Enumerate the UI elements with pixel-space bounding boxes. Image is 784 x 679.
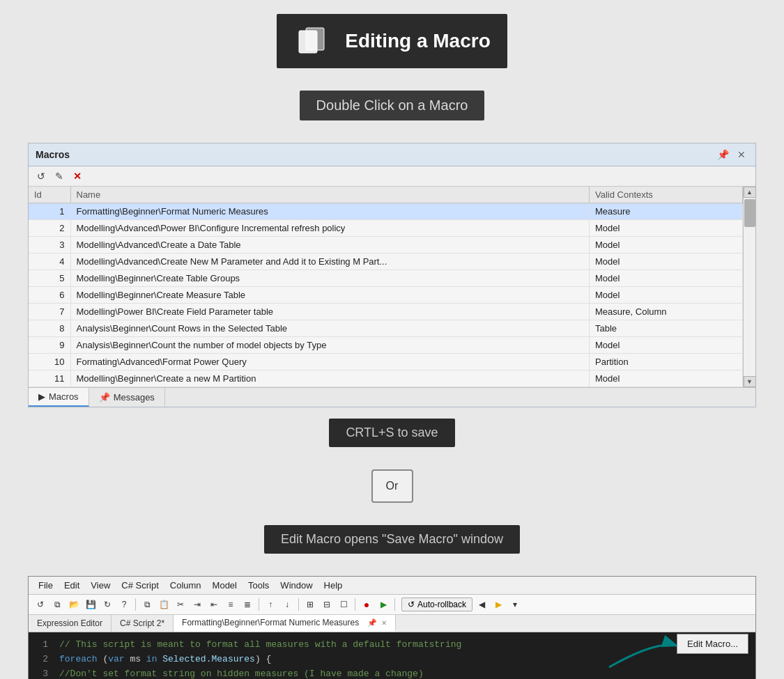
app-logo xyxy=(293,22,331,60)
cell-name: Modelling\Beginner\Create Measure Table xyxy=(70,287,590,304)
delete-macro-icon[interactable]: ✕ xyxy=(70,169,84,183)
cell-id: 8 xyxy=(29,320,70,337)
close-panel-button[interactable]: ✕ xyxy=(735,148,748,162)
menu-column[interactable]: Column xyxy=(164,578,207,593)
cell-context: Model xyxy=(590,270,743,287)
cell-context: Measure xyxy=(590,203,743,220)
format-btn[interactable]: ≣ xyxy=(240,597,255,612)
scrollbar-up[interactable]: ▲ xyxy=(744,187,756,198)
panel-tabs: ▶ Macros 📌 Messages xyxy=(29,387,755,407)
code-line: 1 // This script is meant to format all … xyxy=(37,638,747,653)
editor-tabs: Expression Editor C# Script 2* Formattin… xyxy=(29,615,755,632)
svg-rect-2 xyxy=(306,28,324,50)
col-name: Name xyxy=(70,187,590,203)
line-code: foreach (var ms in Selected.Measures) { xyxy=(59,653,271,667)
code-area: 1 // This script is meant to format all … xyxy=(29,632,755,679)
save-btn[interactable]: 💾 xyxy=(83,597,98,612)
table-row[interactable]: 11 Modelling\Beginner\Create a new M Par… xyxy=(29,370,743,387)
col-id: Id xyxy=(29,187,70,203)
cell-id: 11 xyxy=(29,370,70,387)
or-divider: Or xyxy=(371,469,413,503)
cut-btn[interactable]: ✂ xyxy=(173,597,188,612)
table-row[interactable]: 3 Modelling\Advanced\Create a Date Table… xyxy=(29,237,743,253)
table-row[interactable]: 5 Modelling\Beginner\Create Table Groups… xyxy=(29,270,743,287)
expression-editor-label: Expression Editor xyxy=(37,618,102,628)
menu-csharp[interactable]: C# Script xyxy=(116,578,164,593)
subtitle-bar: Double Click on a Macro xyxy=(300,91,485,120)
cell-id: 6 xyxy=(29,287,70,304)
move-up-btn[interactable]: ↑ xyxy=(263,597,278,612)
more-btn[interactable]: ▾ xyxy=(507,597,523,612)
stop-btn[interactable]: ● xyxy=(359,597,374,612)
align-btn[interactable]: ≡ xyxy=(223,597,238,612)
undo-btn[interactable]: ↺ xyxy=(33,597,48,612)
tab-csharp-script[interactable]: C# Script 2* xyxy=(112,615,174,632)
cell-context: Measure, Column xyxy=(590,304,743,320)
save-bar: CRTL+S to save xyxy=(329,419,454,447)
nav-prev-btn[interactable]: ◀ xyxy=(474,597,489,612)
block-btn[interactable]: ☐ xyxy=(336,597,351,612)
edit-macro-icon[interactable]: ✎ xyxy=(52,169,66,183)
autorollback-button[interactable]: ↺ Auto-rollback xyxy=(401,598,472,611)
cell-context: Partition xyxy=(590,354,743,370)
help-btn[interactable]: ? xyxy=(116,597,132,612)
nav-next-btn[interactable]: ▶ xyxy=(491,597,506,612)
refresh-btn[interactable]: ↻ xyxy=(100,597,115,612)
copy2-btn[interactable]: ⧉ xyxy=(139,597,155,612)
cell-name: Analysis\Beginner\Count the number of mo… xyxy=(70,337,590,354)
macros-panel: Macros 📌 ✕ ↺ ✎ ✕ Id Name Valid Contexts xyxy=(28,143,756,407)
editor-panel: File Edit View C# Script Column Model To… xyxy=(28,576,756,679)
table-row[interactable]: 4 Modelling\Advanced\Create New M Parame… xyxy=(29,253,743,270)
scrollbar-down[interactable]: ▼ xyxy=(744,376,756,387)
tab-macros[interactable]: ▶ Macros xyxy=(29,388,89,407)
macros-title: Macros xyxy=(36,149,70,160)
paste-btn[interactable]: 📋 xyxy=(156,597,171,612)
autorollback-icon: ↺ xyxy=(408,600,415,609)
indent-btn[interactable]: ⇥ xyxy=(190,597,205,612)
editor-toolbar: ↺ ⧉ 📂 💾 ↻ ? ⧉ 📋 ✂ ⇥ ⇤ ≡ ≣ ↑ ↓ ⊞ ⊟ ☐ ● ▶ … xyxy=(29,595,755,615)
cols-btn[interactable]: ⊞ xyxy=(302,597,318,612)
merge-btn[interactable]: ⊟ xyxy=(319,597,335,612)
table-row[interactable]: 7 Modelling\Power BI\Create Field Parame… xyxy=(29,304,743,320)
open-btn[interactable]: 📂 xyxy=(66,597,82,612)
save-bar-text: CRTL+S to save xyxy=(346,426,438,439)
menu-file[interactable]: File xyxy=(33,578,59,593)
cell-name: Modelling\Power BI\Create Field Paramete… xyxy=(70,304,590,320)
run-btn[interactable]: ▶ xyxy=(376,597,391,612)
cell-id: 3 xyxy=(29,237,70,253)
separator-4 xyxy=(355,598,355,611)
menu-tools[interactable]: Tools xyxy=(243,578,275,593)
table-row[interactable]: 2 Modelling\Advanced\Power BI\Configure … xyxy=(29,220,743,237)
copy-btn[interactable]: ⧉ xyxy=(49,597,65,612)
menu-edit[interactable]: Edit xyxy=(59,578,85,593)
outdent-btn[interactable]: ⇤ xyxy=(206,597,222,612)
cell-name: Modelling\Beginner\Create Table Groups xyxy=(70,270,590,287)
table-row[interactable]: 10 Formating\Advanced\Format Power Query… xyxy=(29,354,743,370)
close-tab-icon[interactable]: ✕ xyxy=(381,619,387,627)
move-dn-btn[interactable]: ↓ xyxy=(279,597,295,612)
cell-id: 10 xyxy=(29,354,70,370)
menu-help[interactable]: Help xyxy=(318,578,348,593)
editor-menubar: File Edit View C# Script Column Model To… xyxy=(29,577,755,595)
cell-id: 1 xyxy=(29,203,70,220)
menu-window[interactable]: Window xyxy=(275,578,318,593)
table-row[interactable]: 8 Analysis\Beginner\Count Rows in the Se… xyxy=(29,320,743,337)
edit-bar-text: Edit Macro opens "Save Macro" window xyxy=(281,532,503,546)
tab-expression-editor[interactable]: Expression Editor xyxy=(29,615,112,632)
cell-context: Model xyxy=(590,370,743,387)
table-row[interactable]: 6 Modelling\Beginner\Create Measure Tabl… xyxy=(29,287,743,304)
tab-messages[interactable]: 📌 Messages xyxy=(89,388,165,407)
macros-panel-title: Macros xyxy=(36,149,70,160)
menu-view[interactable]: View xyxy=(85,578,116,593)
edit-macro-tooltip[interactable]: Edit Macro... xyxy=(677,634,748,654)
macros-table: Id Name Valid Contexts 1 Formatting\Begi… xyxy=(29,187,743,387)
pin-icon[interactable]: 📌 xyxy=(714,148,732,162)
table-row[interactable]: 1 Formatting\Beginner\Format Numeric Mea… xyxy=(29,203,743,220)
refresh-icon[interactable]: ↺ xyxy=(34,169,48,183)
tab-formatting-script[interactable]: Formatting\Beginner\Format Numeric Measu… xyxy=(174,615,396,632)
scrollbar-thumb[interactable] xyxy=(744,199,755,227)
table-row[interactable]: 9 Analysis\Beginner\Count the number of … xyxy=(29,337,743,354)
cell-name: Analysis\Beginner\Count Rows in the Sele… xyxy=(70,320,590,337)
menu-model[interactable]: Model xyxy=(207,578,243,593)
cell-name: Formatting\Beginner\Format Numeric Measu… xyxy=(70,203,590,220)
